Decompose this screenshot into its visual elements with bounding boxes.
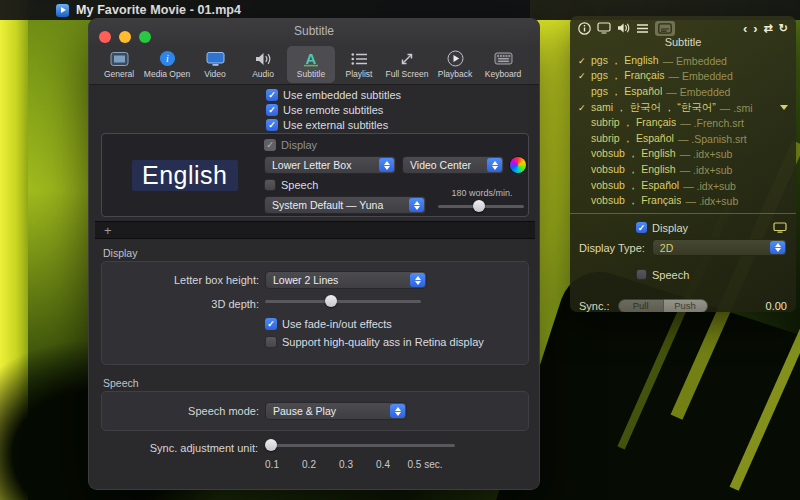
tab-media-open[interactable]: i Media Open xyxy=(143,46,191,83)
tab-video[interactable]: Video xyxy=(191,46,239,83)
info-icon[interactable] xyxy=(578,21,591,36)
tick-label: 0.3 xyxy=(331,459,361,470)
track-name: pgs ， Español xyxy=(591,85,662,99)
subtitle-track-row[interactable]: vobsub ， Español — .idx+sub xyxy=(570,178,796,194)
tick-label: 0.5 sec. xyxy=(395,459,455,470)
speaker-icon[interactable] xyxy=(617,21,630,36)
tab-keyboard[interactable]: Keyboard xyxy=(479,46,527,83)
subtitle-track-row[interactable]: pgs ， Français — Embedded xyxy=(570,69,796,85)
tab-audio[interactable]: Audio xyxy=(239,46,287,83)
tab-playlist[interactable]: Playlist xyxy=(335,46,383,83)
monitor-icon[interactable] xyxy=(773,222,787,233)
subtitle-track-row[interactable]: vobsub ， Français — .idx+sub xyxy=(570,193,796,209)
subtitle-track-row[interactable]: vobsub ， English — .idx+sub xyxy=(570,162,796,178)
fullscreen-icon xyxy=(399,48,415,69)
speech-rate-slider[interactable] xyxy=(438,200,524,212)
checkbox-box xyxy=(266,119,278,131)
subtitle-hud-panel: ‹ › ⇄ ↻ Subtitle pgs ， English — Embedde… xyxy=(570,16,796,312)
subtitle-style-list-footer: + xyxy=(95,221,535,239)
hud-display-checkbox[interactable]: Display xyxy=(636,222,688,234)
use-external-subtitles-checkbox[interactable]: Use external subtitles xyxy=(266,119,388,131)
hud-speech-row: Speech xyxy=(570,266,796,284)
titlebar[interactable]: Subtitle xyxy=(89,19,539,45)
tick-label: 0.1 xyxy=(257,459,287,470)
checkbox-label: Display xyxy=(281,139,317,151)
checkbox-label: Use embedded subtitles xyxy=(283,89,401,101)
subtitle-track-row[interactable]: sami ， 한국어 ， “한국어” — .smi xyxy=(570,100,796,116)
dropdown-value: 2D xyxy=(660,242,673,254)
repeat-icon[interactable]: ↻ xyxy=(779,23,788,34)
track-name: subrip ， Français xyxy=(591,116,676,130)
slider-thumb[interactable] xyxy=(473,200,485,212)
video-icon xyxy=(206,48,225,69)
display-section: Letter box height: Lower 2 Lines 3D dept… xyxy=(101,261,529,365)
shuffle-icon[interactable]: ⇄ xyxy=(764,23,773,34)
letterbox-position-dropdown[interactable]: Lower Letter Box xyxy=(264,156,396,174)
media-open-icon: i xyxy=(159,48,176,69)
sync-push-button[interactable]: Push xyxy=(663,299,708,312)
dropdown-value: System Default — Yuna xyxy=(272,199,383,211)
use-embedded-subtitles-checkbox[interactable]: Use embedded subtitles xyxy=(266,89,401,101)
tab-subtitle[interactable]: A Subtitle xyxy=(287,46,335,83)
speech-rate-label: 180 words/min. xyxy=(436,188,528,198)
chevron-down-icon[interactable] xyxy=(780,105,788,110)
sync-pull-button[interactable]: Pull xyxy=(618,299,663,312)
subtitle-panel-icon[interactable] xyxy=(655,21,675,36)
previous-icon[interactable]: ‹ xyxy=(743,23,747,34)
retina-quality-checkbox[interactable]: Support high-quality ass in Retina displ… xyxy=(265,336,484,348)
svg-text:i: i xyxy=(166,53,169,64)
sync-unit-label: Sync. adjustment unit: xyxy=(89,442,258,454)
display-type-dropdown[interactable]: 2D xyxy=(652,239,787,256)
add-subtitle-style-button[interactable]: + xyxy=(104,224,112,237)
slider-thumb[interactable] xyxy=(325,295,337,307)
check-icon xyxy=(578,56,591,66)
fade-effects-checkbox[interactable]: Use fade-in/out effects xyxy=(265,318,392,330)
tab-label: General xyxy=(104,69,134,79)
sync-segmented-control: Pull Push xyxy=(618,299,708,312)
speech-mode-dropdown[interactable]: Pause & Play xyxy=(265,402,407,420)
voice-dropdown[interactable]: System Default — Yuna xyxy=(264,196,426,214)
track-name: vobsub ， Español xyxy=(591,179,679,193)
tab-playback[interactable]: Playback xyxy=(431,46,479,83)
preview-display-checkbox[interactable]: Display xyxy=(264,139,317,151)
tab-label: Video xyxy=(204,69,226,79)
checkbox-box xyxy=(266,89,278,101)
display-icon[interactable] xyxy=(597,21,611,36)
tab-label: Playlist xyxy=(346,69,373,79)
letterbox-height-dropdown[interactable]: Lower 2 Lines xyxy=(265,271,427,289)
dropdown-caret xyxy=(390,404,405,418)
dropdown-value: Pause & Play xyxy=(273,405,336,417)
preferences-toolbar: General i Media Open Video Audio A Subti… xyxy=(89,45,539,85)
track-name: vobsub ， English xyxy=(591,147,676,161)
subtitle-preview-row[interactable]: English Display Lower Letter Box Video C… xyxy=(101,133,529,217)
subtitle-track-row[interactable]: subrip ， Español — .Spanish.srt xyxy=(570,131,796,147)
color-wheel-icon[interactable] xyxy=(510,157,526,173)
slider-thumb[interactable] xyxy=(265,439,277,451)
sync-unit-slider[interactable] xyxy=(265,439,455,451)
subtitle-track-row[interactable]: pgs ， English — Embedded xyxy=(570,53,796,69)
tab-label: Playback xyxy=(438,69,473,79)
close-button[interactable] xyxy=(99,31,111,43)
hud-speech-checkbox[interactable]: Speech xyxy=(636,269,689,281)
playback-icon xyxy=(447,48,464,69)
subtitle-track-row[interactable]: subrip ， Français — .French.srt xyxy=(570,115,796,131)
depth-slider[interactable] xyxy=(265,295,421,307)
hud-icon-bar: ‹ › ⇄ ↻ xyxy=(570,16,796,36)
playlist-icon[interactable] xyxy=(636,21,649,36)
subtitle-track-row[interactable]: vobsub ， English — .idx+sub xyxy=(570,147,796,163)
use-remote-subtitles-checkbox[interactable]: Use remote subtitles xyxy=(266,104,383,116)
tab-general[interactable]: General xyxy=(95,46,143,83)
app-icon[interactable] xyxy=(56,4,69,17)
tick-label: 0.4 xyxy=(368,459,398,470)
window-title: Subtitle xyxy=(294,24,334,38)
minimize-button[interactable] xyxy=(119,31,131,43)
tab-full-screen[interactable]: Full Screen xyxy=(383,46,431,83)
next-icon[interactable]: › xyxy=(753,23,757,34)
preview-speech-checkbox[interactable]: Speech xyxy=(264,179,318,191)
video-center-dropdown[interactable]: Video Center xyxy=(402,156,504,174)
checkbox-box xyxy=(265,318,277,330)
checkbox-label: Speech xyxy=(652,269,689,281)
subtitle-track-row[interactable]: pgs ， Español — Embedded xyxy=(570,84,796,100)
track-suffix: — Embedded xyxy=(669,70,733,82)
zoom-button[interactable] xyxy=(139,31,151,43)
